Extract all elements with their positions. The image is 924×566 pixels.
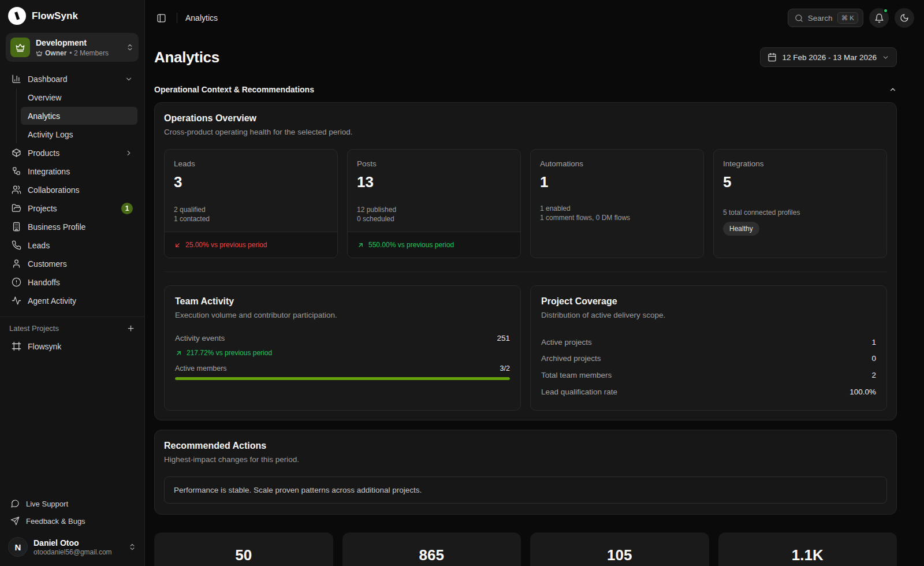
sidebar-item-activity-logs[interactable]: Activity Logs xyxy=(21,125,137,143)
alert-circle-icon xyxy=(12,277,21,287)
stat-card-automations: Automations 1 1 enabled 1 comment flows,… xyxy=(530,149,704,258)
brand-header: FlowSynk xyxy=(0,0,144,31)
chevron-down-icon xyxy=(125,75,133,83)
sidebar-item-label: Customers xyxy=(28,259,67,269)
app-root: FlowSynk Development Owner • 2 Members xyxy=(0,0,924,566)
main-area: Analytics Search ⌘ K Analytics xyxy=(145,0,924,566)
add-project-button[interactable] xyxy=(126,324,135,333)
sidebar-item-dashboard[interactable]: Dashboard xyxy=(7,70,137,88)
sidebar-item-label: Overview xyxy=(28,93,61,102)
avatar: N xyxy=(8,537,28,557)
coverage-row: Archived projects 0 xyxy=(541,351,876,367)
arrow-up-right-icon xyxy=(357,241,364,249)
stat-details: 12 published 0 scheduled xyxy=(357,205,511,224)
sidebar-toggle-button[interactable] xyxy=(154,11,169,25)
sidebar-item-agent-activity[interactable]: Agent Activity xyxy=(7,292,137,310)
workspace-members: • 2 Members xyxy=(69,49,109,57)
stat-value: 5 xyxy=(723,173,877,191)
active-members-row: Active members 3/2 xyxy=(175,364,510,373)
search-shortcut-kbd: ⌘ K xyxy=(837,12,858,24)
recommendation-item: Performance is stable. Scale proven patt… xyxy=(164,476,887,504)
active-members-progress xyxy=(175,377,510,380)
search-button[interactable]: Search ⌘ K xyxy=(788,9,863,27)
user-menu[interactable]: N Daniel Otoo otoodaniel56@gmail.com xyxy=(0,530,144,566)
workflow-icon xyxy=(12,166,21,176)
card-subtitle: Highest-impact changes for this period. xyxy=(164,455,887,464)
sidebar-item-leads[interactable]: Leads xyxy=(7,236,137,254)
total-interactions-card: 105 Total Interactions xyxy=(530,533,709,566)
sidebar-item-label: Products xyxy=(28,148,59,158)
arrow-down-left-icon xyxy=(174,241,181,249)
latest-projects-header: Latest Projects xyxy=(0,317,144,336)
topbar: Analytics Search ⌘ K xyxy=(145,0,924,36)
sidebar-item-project-flowsynk[interactable]: Flowsynk xyxy=(7,337,137,355)
activity-icon xyxy=(12,296,21,306)
date-range-picker[interactable]: 12 Feb 2026 - 13 Mar 2026 xyxy=(760,47,897,67)
sidebar-spacer xyxy=(0,356,144,493)
stat-details: 2 qualified 1 contacted xyxy=(174,205,328,224)
stat-details: 5 total connected profiles Healthy xyxy=(723,208,877,236)
ops-section-title: Operational Context & Recommendations xyxy=(154,85,314,94)
notification-dot xyxy=(883,8,888,13)
phone-icon xyxy=(12,240,21,250)
stat-value: 13 xyxy=(357,173,511,191)
sidebar-nav: Dashboard Overview Analytics Activity Lo… xyxy=(0,69,144,311)
total-views-card: 1.1K Total Views xyxy=(718,533,897,566)
sidebar-item-integrations[interactable]: Integrations xyxy=(7,162,137,180)
sidebar-item-overview[interactable]: Overview xyxy=(21,88,137,106)
sidebar-item-projects[interactable]: Projects 1 xyxy=(7,199,137,217)
page-header: Analytics 12 Feb 2026 - 13 Mar 2026 xyxy=(154,47,897,67)
topbar-actions: Search ⌘ K xyxy=(788,8,914,28)
totals-grid: 50 Total Engagements 865 Total Reach 105… xyxy=(154,533,897,566)
workspace-name: Development xyxy=(36,38,87,47)
live-support-link[interactable]: Live Support xyxy=(7,496,137,512)
search-label: Search xyxy=(808,14,833,23)
feedback-link[interactable]: Feedback & Bugs xyxy=(7,513,137,529)
ops-card-divider xyxy=(164,271,887,272)
chevron-up-icon xyxy=(889,85,897,94)
workspace-crown-icon xyxy=(10,38,30,57)
sidebar-item-label: Dashboard xyxy=(28,75,68,84)
stat-label: Integrations xyxy=(723,159,877,168)
sidebar-item-customers[interactable]: Customers xyxy=(7,255,137,273)
stat-footer: 25.00% vs previous period xyxy=(165,232,337,258)
sidebar-item-label: Collaborations xyxy=(28,185,80,195)
project-coverage-card: Project Coverage Distribution of active … xyxy=(530,285,887,411)
total-value: 865 xyxy=(348,546,516,564)
coverage-row: Active projects 1 xyxy=(541,334,876,351)
plus-icon xyxy=(126,324,135,333)
sidebar-item-analytics[interactable]: Analytics xyxy=(21,107,137,125)
building-icon xyxy=(12,222,21,232)
latest-projects-label: Latest Projects xyxy=(9,324,59,333)
trend-positive: 217.72% vs previous period xyxy=(175,349,510,357)
total-value: 50 xyxy=(160,546,327,564)
sidebar-item-business-profile[interactable]: Business Profile xyxy=(7,218,137,236)
team-activity-card: Team Activity Execution volume and contr… xyxy=(164,285,521,411)
coverage-row: Lead qualification rate 100.0% xyxy=(541,383,876,400)
sidebar-item-handoffs[interactable]: Handoffs xyxy=(7,273,137,291)
bell-icon xyxy=(874,13,884,23)
chevrons-up-down-icon xyxy=(128,543,136,551)
sidebar-item-label: Analytics xyxy=(28,111,60,121)
status-badge: Healthy xyxy=(723,222,759,236)
collapse-section-button[interactable] xyxy=(889,85,897,94)
sidebar-item-collaborations[interactable]: Collaborations xyxy=(7,181,137,199)
projects-count-badge: 1 xyxy=(121,203,133,214)
sidebar-item-label: Business Profile xyxy=(28,222,85,232)
notifications-button[interactable] xyxy=(869,8,889,28)
ops-section-header: Operational Context & Recommendations xyxy=(154,85,897,94)
stat-label: Automations xyxy=(540,159,694,168)
theme-toggle-button[interactable] xyxy=(895,8,914,28)
total-value: 1.1K xyxy=(724,546,892,564)
sidebar-item-products[interactable]: Products xyxy=(7,144,137,162)
send-icon xyxy=(10,516,20,526)
folder-open-icon xyxy=(12,203,21,213)
sidebar-footer: Live Support Feedback & Bugs xyxy=(0,493,144,530)
ops-stats-grid: Leads 3 2 qualified 1 contacted 25.00% v… xyxy=(164,149,887,258)
user-email: otoodaniel56@gmail.com xyxy=(33,548,122,556)
card-subtitle: Execution volume and contributor partici… xyxy=(175,311,510,319)
frame-icon xyxy=(12,341,21,351)
workspace-switcher[interactable]: Development Owner • 2 Members xyxy=(6,33,139,62)
sidebar-item-label: Leads xyxy=(28,241,50,250)
coverage-row: Total team members 2 xyxy=(541,367,876,383)
